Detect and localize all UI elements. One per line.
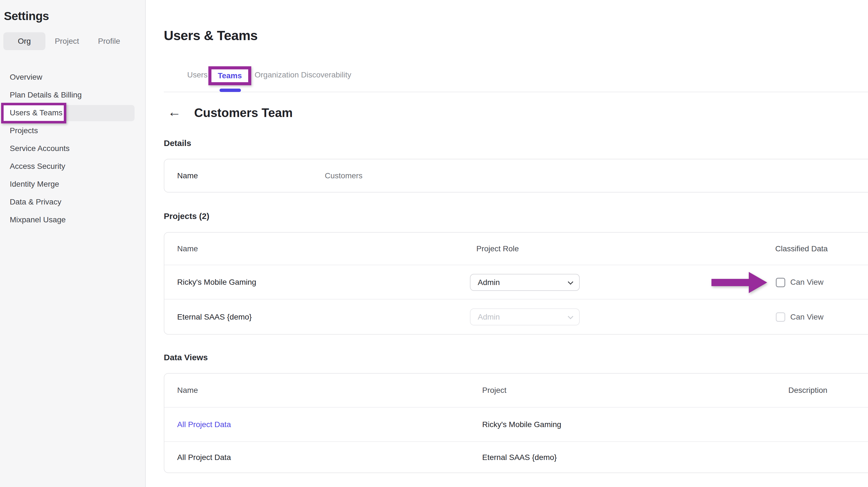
page-title: Users & Teams [164, 28, 258, 43]
settings-scope-tabs: Org Project Profile [3, 32, 129, 50]
sidebar-item-service-accounts[interactable]: Service Accounts [0, 140, 145, 157]
col-header-description: Description [788, 374, 827, 407]
back-arrow-icon[interactable]: ← [168, 105, 181, 119]
details-card: Name Customers [164, 159, 868, 192]
data-view-row: All Project Data Ricky's Mobile Gaming [164, 407, 868, 442]
data-views-table: Name Project Description All Project Dat… [164, 373, 868, 473]
col-header-name: Name [177, 233, 198, 265]
sidebar-item-projects[interactable]: Projects [0, 122, 145, 140]
data-view-project: Ricky's Mobile Gaming [482, 407, 561, 441]
project-row-rickys-mobile-gaming: Ricky's Mobile Gaming Admin Can View [164, 265, 868, 300]
sidebar-item-users-teams[interactable]: Users & Teams [0, 104, 145, 122]
sidebar-item-mixpanel-usage[interactable]: Mixpanel Usage [0, 211, 145, 229]
details-heading: Details [164, 139, 191, 148]
sidebar-item-access-security[interactable]: Access Security [0, 157, 145, 175]
col-header-classified-data: Classified Data [775, 233, 828, 265]
chevron-down-icon [568, 279, 573, 284]
sidebar-item-data-privacy[interactable]: Data & Privacy [0, 193, 145, 211]
can-view-label: Can View [790, 300, 824, 335]
projects-table-header: Name Project Role Classified Data [164, 233, 868, 265]
col-header-project-role: Project Role [476, 233, 519, 265]
active-tab-indicator [219, 89, 241, 92]
tab-teams[interactable]: Teams [218, 71, 242, 80]
scope-tab-project[interactable]: Project [45, 32, 89, 50]
can-view-checkbox-disabled [776, 312, 785, 322]
can-view-checkbox[interactable] [776, 278, 785, 287]
data-view-project: Eternal SAAS {demo} [482, 442, 557, 473]
annotation-box-teams: Teams [208, 66, 251, 85]
chevron-down-icon [568, 313, 573, 319]
annotation-arrow [711, 272, 767, 293]
project-role-select[interactable]: Admin [470, 274, 580, 291]
settings-title: Settings [4, 9, 49, 23]
data-views-table-header: Name Project Description [164, 374, 868, 407]
scope-tab-org[interactable]: Org [3, 32, 45, 50]
project-role-value: Admin [478, 313, 500, 322]
can-view-label: Can View [790, 265, 824, 299]
tab-bar-divider [164, 92, 868, 92]
sidebar-item-identity-merge[interactable]: Identity Merge [0, 175, 145, 193]
data-view-name-all-project-data: All Project Data [177, 442, 231, 473]
scope-tab-profile[interactable]: Profile [89, 32, 129, 50]
sidebar-item-plan-details-billing[interactable]: Plan Details & Billing [0, 86, 145, 104]
data-view-link-all-project-data[interactable]: All Project Data [177, 407, 231, 441]
sidebar-nav: Overview Plan Details & Billing Users & … [0, 68, 145, 229]
col-header-project: Project [482, 374, 506, 407]
project-role-value: Admin [478, 278, 500, 287]
details-name-label: Name [177, 159, 198, 192]
project-name: Ricky's Mobile Gaming [177, 265, 256, 299]
tab-users[interactable]: Users [187, 69, 208, 81]
settings-sidebar: Settings Org Project Profile Overview Pl… [0, 0, 146, 487]
details-name-value: Customers [325, 159, 363, 192]
data-views-heading: Data Views [164, 353, 208, 362]
projects-table: Name Project Role Classified Data Ricky'… [164, 232, 868, 335]
sidebar-item-overview[interactable]: Overview [0, 68, 145, 86]
tab-organization-discoverability[interactable]: Organization Discoverability [255, 69, 351, 81]
projects-heading: Projects (2) [164, 211, 209, 221]
team-title: Customers Team [194, 106, 293, 120]
project-role-select-disabled: Admin [470, 308, 580, 326]
project-name: Eternal SAAS {demo} [177, 300, 252, 335]
data-view-row: All Project Data Eternal SAAS {demo} [164, 442, 868, 473]
col-header-name: Name [177, 374, 198, 407]
project-row-eternal-saas-demo: Eternal SAAS {demo} Admin Can View [164, 300, 868, 335]
